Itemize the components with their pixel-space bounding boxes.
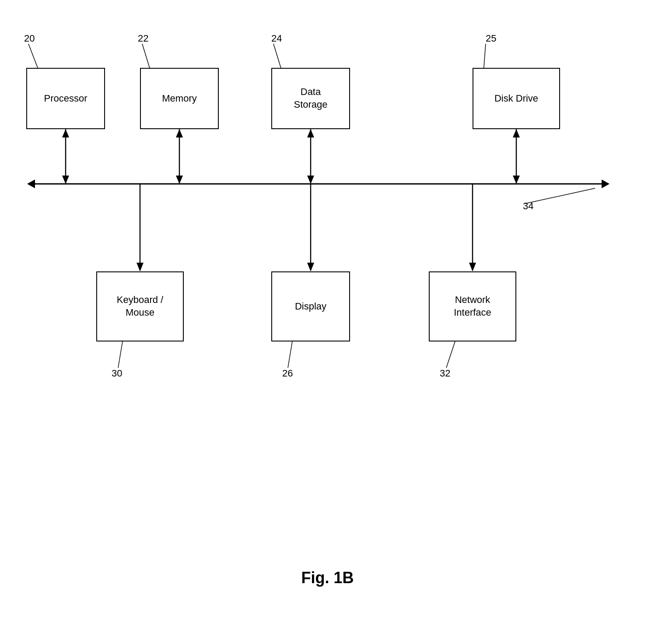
svg-line-26	[118, 341, 123, 368]
keyboard-mouse-label: Keyboard /Mouse	[117, 294, 163, 319]
svg-line-25	[525, 188, 595, 204]
svg-line-27	[288, 341, 292, 368]
svg-marker-7	[176, 129, 183, 137]
ref-20: 20	[24, 33, 35, 44]
processor-label: Processor	[44, 92, 87, 105]
ref-26: 26	[282, 368, 293, 379]
ref-25: 25	[486, 33, 496, 44]
memory-box: Memory	[140, 68, 219, 129]
svg-marker-20	[469, 263, 476, 271]
data-storage-box: DataStorage	[271, 68, 350, 129]
network-interface-box: NetworkInterface	[429, 271, 516, 341]
keyboard-mouse-box: Keyboard /Mouse	[96, 271, 184, 341]
ref-34: 34	[523, 201, 533, 212]
svg-marker-16	[137, 263, 144, 271]
svg-marker-10	[307, 129, 314, 137]
ref-30: 30	[112, 368, 122, 379]
svg-marker-13	[513, 129, 520, 137]
disk-drive-box: Disk Drive	[473, 68, 560, 129]
svg-marker-5	[62, 176, 69, 184]
memory-label: Memory	[162, 92, 196, 105]
processor-box: Processor	[26, 68, 105, 129]
svg-marker-8	[176, 176, 183, 184]
ref-32: 32	[440, 368, 450, 379]
ref-24: 24	[271, 33, 282, 44]
data-storage-label: DataStorage	[294, 86, 327, 111]
display-label: Display	[295, 300, 326, 313]
ref-22: 22	[138, 33, 148, 44]
svg-line-28	[446, 341, 455, 368]
disk-drive-label: Disk Drive	[494, 92, 538, 105]
svg-marker-2	[602, 179, 609, 188]
svg-marker-18	[307, 263, 314, 271]
display-box: Display	[271, 271, 350, 341]
svg-marker-1	[27, 179, 35, 188]
diagram: Processor Memory DataStorage Disk Drive …	[0, 0, 655, 644]
network-interface-label: NetworkInterface	[454, 294, 491, 319]
svg-marker-4	[62, 129, 69, 137]
figure-caption: Fig. 1B	[0, 569, 655, 587]
svg-marker-11	[307, 176, 314, 184]
svg-marker-14	[513, 176, 520, 184]
